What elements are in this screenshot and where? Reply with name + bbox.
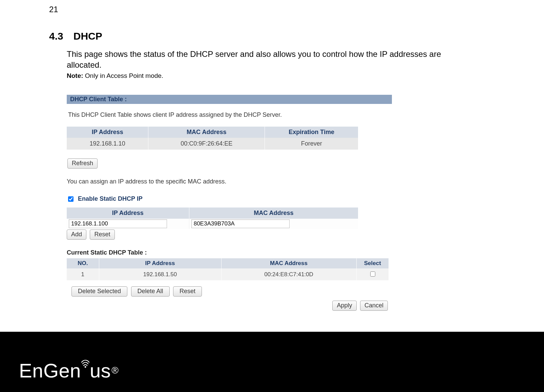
col-no: NO. <box>67 258 99 268</box>
static-input-table: IP Address MAC Address <box>67 208 358 229</box>
col-mac: MAC Address <box>221 258 356 268</box>
cell-exp: Forever <box>265 138 358 150</box>
note-label: Note: <box>67 72 83 79</box>
enable-static-row: Enable Static DHCP IP <box>67 195 392 203</box>
section-number: 4.3 <box>49 30 63 42</box>
assign-desc: You can assign an IP address to the spec… <box>67 178 392 185</box>
delete-all-button[interactable]: Delete All <box>131 286 170 297</box>
table-header-row: IP Address MAC Address <box>67 208 358 219</box>
engenius-logo: EnGen us ® <box>19 359 118 382</box>
ip-cell <box>67 219 189 229</box>
cell-mac: 00:24:E8:C7:41:0D <box>221 268 356 280</box>
table-header-row: NO. IP Address MAC Address Select <box>67 258 389 268</box>
logo-part1: EnGen <box>19 359 81 382</box>
registered-icon: ® <box>111 365 119 376</box>
cancel-button[interactable]: Cancel <box>360 301 388 311</box>
col-ip: IP Address <box>99 258 221 268</box>
section-heading: 4.3DHCP <box>49 30 476 42</box>
add-button[interactable]: Add <box>67 230 86 240</box>
table-row <box>67 219 358 229</box>
ip-input[interactable] <box>69 219 167 228</box>
note-text: Only in Access Point mode. <box>83 72 164 79</box>
static-table-title: Current Static DHCP Table : <box>67 249 392 256</box>
refresh-button[interactable]: Refresh <box>67 158 98 169</box>
client-table-desc: This DHCP Client Table shows client IP a… <box>67 104 392 127</box>
client-table-header: DHCP Client Table : <box>67 95 392 104</box>
col-exp: Expiration Time <box>265 127 358 138</box>
reset-button[interactable]: Reset <box>90 230 114 240</box>
logo-part2: us <box>90 359 111 382</box>
cell-no: 1 <box>67 268 99 280</box>
reset2-button[interactable]: Reset <box>173 286 202 297</box>
cell-ip: 192.168.1.10 <box>67 138 148 150</box>
cell-select <box>356 268 389 280</box>
delete-row: Delete Selected Delete All Reset <box>71 286 392 297</box>
enable-static-label: Enable Static DHCP IP <box>78 195 143 202</box>
content: 4.3DHCP This page shows the status of th… <box>49 30 476 311</box>
col-ip: IP Address <box>67 208 189 219</box>
row-select-checkbox[interactable] <box>370 271 375 277</box>
enable-static-checkbox[interactable] <box>68 196 74 202</box>
col-ip: IP Address <box>67 127 148 138</box>
mac-input[interactable] <box>191 219 290 228</box>
col-select: Select <box>356 258 389 268</box>
apply-row: Apply Cancel <box>67 301 389 311</box>
svg-point-0 <box>85 366 86 368</box>
footer: EnGen us ® <box>0 332 544 392</box>
table-row: 192.168.1.10 00:C0:9F:26:64:EE Forever <box>67 138 358 150</box>
delete-selected-button[interactable]: Delete Selected <box>71 286 127 297</box>
mac-cell <box>189 219 358 229</box>
current-static-table: NO. IP Address MAC Address Select 1 192.… <box>67 258 389 280</box>
dhcp-config-panel: DHCP Client Table : This DHCP Client Tab… <box>67 95 392 311</box>
page-number: 21 <box>49 5 58 14</box>
col-mac: MAC Address <box>148 127 265 138</box>
refresh-row: Refresh <box>67 158 392 169</box>
dhcp-client-table: IP Address MAC Address Expiration Time 1… <box>67 127 358 150</box>
col-mac: MAC Address <box>189 208 358 219</box>
cell-ip: 192.168.1.50 <box>99 268 221 280</box>
note: Note: Only in Access Point mode. <box>67 72 476 80</box>
table-row: 1 192.168.1.50 00:24:E8:C7:41:0D <box>67 268 389 280</box>
apply-button[interactable]: Apply <box>332 301 356 311</box>
add-reset-row: Add Reset <box>67 230 392 240</box>
wifi-icon <box>80 357 90 368</box>
section-title: DHCP <box>74 30 102 42</box>
table-header-row: IP Address MAC Address Expiration Time <box>67 127 358 138</box>
intro-text: This page shows the status of the DHCP s… <box>67 49 476 71</box>
cell-mac: 00:C0:9F:26:64:EE <box>148 138 265 150</box>
